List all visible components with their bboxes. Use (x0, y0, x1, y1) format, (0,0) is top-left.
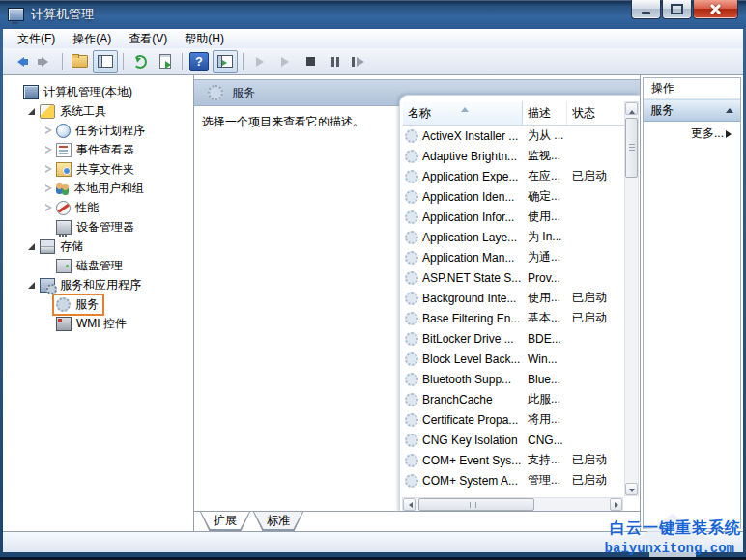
more-actions-item[interactable]: 更多... (644, 122, 740, 146)
column-header-description[interactable]: 描述 (523, 101, 567, 125)
service-row[interactable]: BranchCache 此服... (403, 389, 624, 409)
folder-icon[interactable] (68, 51, 91, 72)
tree-item[interactable]: 磁盘管理 (3, 256, 193, 275)
service-gear-icon (405, 170, 418, 183)
horizontal-scrollbar[interactable] (402, 497, 623, 512)
actions-section-services[interactable]: 服务 (644, 99, 740, 122)
service-row[interactable]: CNG Key Isolation CNG... (403, 430, 624, 450)
export-list-icon[interactable] (154, 51, 177, 72)
column-header-name[interactable]: 名称 (403, 101, 523, 125)
service-row[interactable]: Application Expe... 在应... 已启动 (403, 166, 624, 186)
expander-icon[interactable] (25, 279, 38, 292)
service-row[interactable]: COM+ System A... 管理... 已启动 (403, 470, 624, 490)
tree-item-icon (56, 317, 72, 331)
expander-icon[interactable] (42, 221, 54, 234)
stop-service-icon[interactable] (299, 51, 322, 72)
tree-item[interactable]: 设备管理器 (3, 217, 193, 237)
service-row[interactable]: Application Infor... 使用... (403, 207, 624, 227)
title-bar[interactable]: 计算机管理 (0, 0, 746, 29)
tree-item[interactable]: 任务计划程序 (3, 121, 193, 140)
tree-item[interactable]: 共享文件夹 (3, 159, 193, 179)
service-description: 为从 ... (523, 127, 567, 144)
service-row[interactable]: COM+ Event Sys... 支持... 已启动 (403, 450, 624, 470)
tab-standard[interactable]: 标准 (253, 512, 303, 531)
column-header-status[interactable]: 状态 (567, 101, 617, 125)
start-service-icon[interactable] (248, 51, 272, 72)
tree-item[interactable]: 服务 (3, 294, 193, 314)
vertical-scrollbar[interactable] (624, 101, 639, 496)
scroll-left-button[interactable] (403, 498, 416, 511)
service-row[interactable]: BitLocker Drive ... BDE... (403, 328, 624, 349)
service-description: 确定... (523, 188, 567, 205)
vertical-scrollbar-thumb[interactable] (625, 118, 638, 178)
service-row[interactable]: Application Man... 为通... (403, 247, 624, 267)
service-gear-icon (405, 413, 418, 427)
service-gear-icon (405, 271, 418, 285)
tree-item-label: 设备管理器 (76, 219, 134, 236)
expander-icon[interactable] (25, 105, 38, 118)
back-icon[interactable] (9, 51, 32, 72)
menu-item[interactable]: 查看(V) (120, 29, 176, 49)
tree-item[interactable]: 服务和应用程序 (3, 275, 193, 294)
app-icon (8, 8, 24, 21)
service-gear-icon (405, 231, 418, 244)
refresh-icon[interactable] (129, 51, 152, 72)
service-row[interactable]: ASP.NET State S... Prov... (403, 267, 624, 288)
menu-item[interactable]: 操作(A) (64, 29, 120, 49)
service-gear-icon (405, 190, 418, 204)
tree-item[interactable]: 性能 (3, 198, 193, 217)
close-button[interactable] (693, 0, 738, 19)
service-description: Blue... (523, 373, 567, 386)
service-name: BranchCache (422, 393, 493, 406)
scroll-right-button[interactable] (610, 498, 622, 511)
expander-icon[interactable] (42, 163, 54, 176)
service-description: 基本... (523, 310, 567, 326)
tree-item[interactable]: 存储 (3, 237, 193, 256)
scroll-down-button[interactable] (625, 483, 638, 495)
resume-service-icon[interactable] (273, 51, 297, 72)
service-row[interactable]: Background Inte... 使用... 已启动 (403, 288, 624, 308)
service-row[interactable]: ActiveX Installer ... 为从 ... (403, 126, 624, 146)
horizontal-scrollbar-thumb[interactable] (418, 498, 534, 511)
expander-icon[interactable] (42, 318, 54, 330)
expander-icon[interactable] (42, 182, 54, 195)
service-row[interactable]: Application Iden... 确定... (403, 186, 624, 207)
tree-item[interactable]: 本地用户和组 (3, 179, 193, 198)
action-pane-icon[interactable] (213, 50, 238, 73)
help-icon[interactable] (189, 52, 209, 71)
service-row[interactable]: Certificate Propa... 将用... (403, 409, 624, 430)
service-name: Application Iden... (422, 190, 514, 204)
minimize-button[interactable] (631, 0, 661, 19)
tree-item[interactable]: 事件查看器 (3, 140, 193, 159)
tree-item[interactable]: 计算机管理(本地) (3, 82, 193, 101)
service-row[interactable]: Bluetooth Supp... Blue... (403, 369, 624, 389)
expander-icon[interactable] (42, 125, 54, 137)
tab-extended[interactable]: 扩展 (200, 512, 250, 531)
expander-icon[interactable] (25, 240, 38, 253)
menu-item[interactable]: 文件(F) (9, 29, 64, 49)
expander-icon[interactable] (42, 144, 54, 156)
expander-icon[interactable] (42, 260, 54, 272)
tree-item[interactable]: WMI 控件 (3, 314, 193, 333)
description-prompt: 选择一个项目来查看它的描述。 (202, 114, 364, 130)
console-tree-icon[interactable] (93, 50, 118, 73)
tree-item[interactable]: 系统工具 (3, 101, 193, 121)
service-row[interactable]: Block Level Back... Win... (403, 349, 624, 369)
collapse-section-icon[interactable] (726, 104, 733, 113)
menu-item[interactable]: 帮助(H) (176, 29, 233, 49)
tree-item-label: 磁盘管理 (76, 258, 123, 274)
expander-icon[interactable] (42, 298, 54, 311)
service-row[interactable]: Base Filtering En... 基本... 已启动 (403, 308, 624, 328)
restart-service-icon[interactable] (349, 51, 372, 72)
window-controls (631, 0, 738, 19)
forward-icon[interactable] (34, 51, 57, 72)
expander-icon[interactable] (9, 86, 21, 98)
tree-item-icon (56, 201, 71, 215)
service-row[interactable]: Adaptive Brightn... 监视... (403, 146, 624, 166)
tree-item-label: 本地用户和组 (74, 181, 144, 197)
expander-icon[interactable] (42, 202, 54, 214)
pause-service-icon[interactable] (324, 51, 347, 72)
maximize-button[interactable] (662, 0, 692, 19)
scroll-up-button[interactable] (625, 102, 638, 115)
service-row[interactable]: Application Laye... 为 In... (403, 227, 624, 247)
